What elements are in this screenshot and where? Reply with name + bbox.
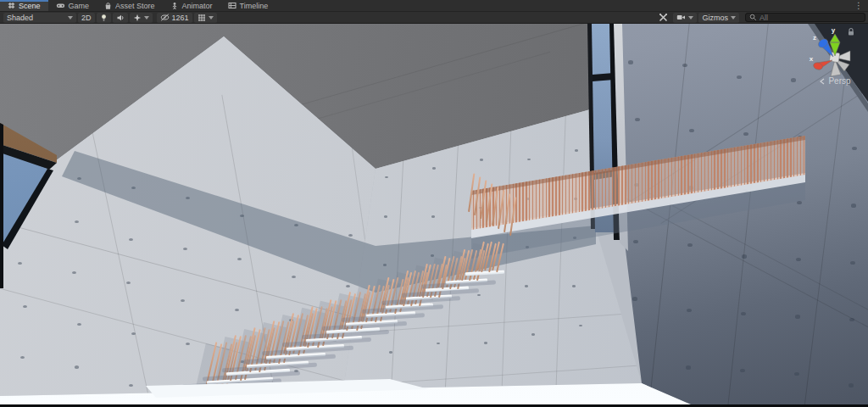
copper-baluster [480,180,487,219]
unity-editor-window: Scene Game Asset Store Animator Timeline [0,0,868,407]
copper-baluster [498,190,504,229]
chevron-down-icon [209,16,214,20]
copper-baluster [468,173,475,212]
axis-z-label: z [813,34,816,42]
tab-bar: Scene Game Asset Store Animator Timeline [0,0,868,12]
eye-hidden-icon [160,14,170,21]
grid-visibility-dropdown[interactable] [194,13,217,23]
grid-icon [198,14,206,22]
chevron-down-icon [688,16,693,20]
lock-icon [847,27,855,36]
video-camera-icon [676,14,686,21]
copper-baluster [509,197,516,236]
scene-visibility-toggle[interactable]: 1261 [157,13,192,23]
chevron-down-icon [68,16,73,20]
scene-viewport[interactable]: y z x Persp [0,24,868,407]
gizmos-dropdown[interactable]: Gizmos [698,13,739,23]
search-icon [749,14,757,21]
shopping-bag-icon [104,2,112,10]
scene-camera-dropdown[interactable] [673,13,697,23]
shading-mode-dropdown[interactable]: Shaded [3,13,76,23]
chevron-down-icon [731,16,736,20]
axis-x-label: x [810,55,814,63]
chevron-down-icon [144,16,149,20]
gamepad-icon [56,2,65,9]
scene-toolbar: Shaded 2D 1261 [0,12,868,24]
speaker-icon [116,14,125,22]
customize-tools-button[interactable] [655,13,671,23]
timeline-icon [228,2,236,9]
copper-baluster [504,193,510,232]
tab-label: Timeline [240,2,269,10]
floating-staircase[interactable] [0,24,868,407]
copper-baluster [492,187,498,226]
sparkle-icon [133,14,142,22]
tab-asset-store[interactable]: Asset Store [97,0,163,11]
tab-animator[interactable]: Animator [163,0,220,11]
projection-mode-toggle[interactable]: Persp [798,76,868,86]
copper-baluster [486,183,492,222]
scene-grid-icon [8,2,15,9]
copper-baluster [474,176,481,215]
animator-icon [170,2,179,10]
persp-chevron-icon [819,78,826,85]
toggle-2d-button[interactable]: 2D [78,13,95,23]
crossed-tools-icon [659,13,668,22]
tab-label: Game [69,2,90,10]
tab-scene[interactable]: Scene [0,0,48,11]
window-menu-icon[interactable]: ⋮ [849,0,868,11]
projection-mode-label: Persp [828,76,850,86]
shading-mode-label: Shaded [7,14,33,22]
search-input[interactable] [760,14,861,22]
tab-label: Asset Store [115,2,155,10]
effects-dropdown[interactable] [130,13,153,23]
gizmos-label: Gizmos [702,14,728,22]
tab-timeline[interactable]: Timeline [220,0,276,11]
toolbar-right-group: Gizmos [654,13,865,23]
scene-lighting-button[interactable] [97,13,111,23]
lightbulb-icon [100,14,108,22]
hidden-object-count: 1261 [172,14,189,22]
tab-game[interactable]: Game [48,0,97,11]
tab-label: Scene [19,2,41,10]
scene-audio-button[interactable] [113,13,128,23]
axis-y-label: y [832,26,836,34]
scene-search-field[interactable] [745,13,865,22]
tab-label: Animator [182,2,213,10]
